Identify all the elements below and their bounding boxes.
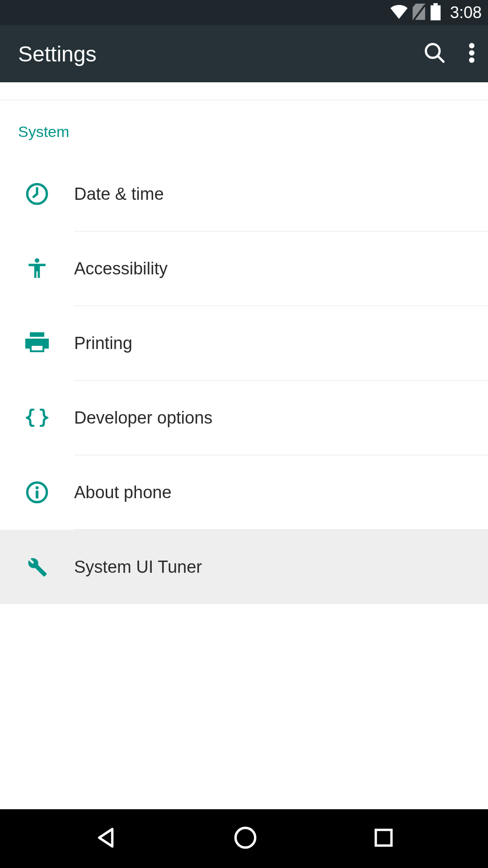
svg-point-6 (469, 50, 474, 56)
svg-rect-10 (30, 332, 44, 337)
search-icon (423, 41, 446, 66)
svg-point-15 (235, 828, 255, 848)
accessibility-icon (0, 257, 74, 280)
printer-icon (0, 332, 74, 354)
app-bar-actions (423, 41, 477, 66)
clock-icon (0, 182, 74, 206)
svg-point-7 (469, 57, 474, 63)
list-item-label: System UI Tuner (74, 557, 202, 577)
system-items: Date & time Accessibility Printing (0, 157, 488, 604)
recent-apps-icon (372, 826, 395, 851)
list-item-about-phone[interactable]: About phone (0, 455, 488, 529)
wrench-icon (0, 555, 74, 579)
list-item-label: Developer options (74, 408, 212, 428)
settings-list: System Date & time Accessibility (0, 100, 488, 604)
app-bar: Settings (0, 25, 488, 82)
home-icon (232, 825, 258, 853)
svg-rect-16 (375, 830, 391, 846)
back-icon (93, 825, 119, 853)
svg-rect-14 (36, 491, 38, 498)
list-item-label: About phone (74, 483, 172, 502)
list-item-accessibility[interactable]: Accessibility (0, 231, 488, 306)
svg-point-9 (35, 258, 39, 263)
nav-back-button[interactable] (93, 825, 119, 853)
section-header-system: System (0, 123, 488, 142)
list-item-developer-options[interactable]: Developer options (0, 381, 488, 455)
nav-recent-button[interactable] (372, 826, 395, 851)
svg-point-5 (469, 43, 474, 48)
nav-home-button[interactable] (232, 825, 258, 853)
battery-icon (430, 3, 441, 22)
header-spacer (0, 82, 488, 100)
svg-point-13 (36, 486, 39, 490)
page-title: Settings (18, 42, 96, 66)
more-vert-icon (469, 43, 474, 65)
overflow-button[interactable] (469, 43, 474, 65)
svg-line-4 (438, 56, 444, 62)
navigation-bar (0, 809, 488, 868)
svg-rect-1 (433, 3, 438, 5)
info-icon (0, 481, 74, 504)
wifi-icon (390, 5, 408, 21)
list-item-label: Accessibility (74, 259, 168, 278)
svg-rect-11 (32, 346, 42, 350)
status-time: 3:08 (450, 3, 482, 22)
list-item-date-time[interactable]: Date & time (0, 157, 488, 231)
svg-rect-2 (431, 5, 441, 20)
list-item-label: Date & time (74, 184, 164, 204)
search-button[interactable] (423, 41, 446, 66)
list-item-printing[interactable]: Printing (0, 306, 488, 380)
status-bar: 3:08 (0, 0, 488, 25)
list-item-label: Printing (74, 334, 132, 353)
list-item-system-ui-tuner[interactable]: System UI Tuner (0, 530, 488, 604)
status-icons: 3:08 (390, 3, 482, 22)
no-sim-icon (412, 4, 426, 22)
braces-icon (0, 409, 74, 427)
